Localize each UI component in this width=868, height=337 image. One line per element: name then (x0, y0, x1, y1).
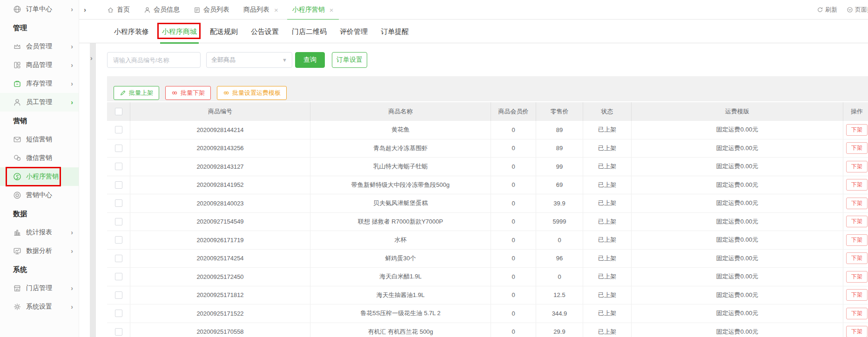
row-checkbox[interactable] (115, 145, 122, 152)
chevron-right-icon: › (71, 304, 73, 310)
chevron-right-icon: › (71, 6, 73, 13)
subtab-miniprogram-decoration[interactable]: 小程序装修 (114, 20, 149, 43)
search-input[interactable] (107, 52, 201, 68)
off-shelf-button[interactable]: 下架 (846, 142, 868, 154)
sidebar-item-sms-marketing[interactable]: 短信营销 (0, 130, 79, 149)
sidebar-item-member-management[interactable]: 会员管理› (0, 37, 79, 56)
chevron-right-icon: › (71, 43, 73, 50)
select-all-checkbox[interactable] (115, 108, 122, 115)
sidebar-item-inventory-management[interactable]: 库存管理› (0, 74, 79, 93)
sidebar-item-label: 商品管理 (26, 61, 71, 69)
subtab-label: 小程序商城 (162, 27, 197, 35)
mail-icon (13, 135, 21, 144)
subtab-label: 小程序装修 (114, 27, 149, 35)
off-shelf-button[interactable]: 下架 (846, 271, 868, 283)
cell-retail-price: 29.9 (536, 323, 583, 337)
category-select[interactable]: 全部商品 ▼ (206, 52, 292, 68)
sidebar-item-data-analysis[interactable]: 数据分析› (0, 242, 79, 260)
cell-action: 下架 (843, 158, 868, 176)
batch-on-shelf-button[interactable]: 批量上架 (114, 86, 159, 100)
subtab-miniprogram-mall[interactable]: 小程序商城 (162, 20, 197, 43)
off-shelf-button[interactable]: 下架 (846, 216, 868, 227)
close-icon[interactable]: × (274, 7, 278, 13)
tab-goods-list[interactable]: 商品列表× (236, 0, 285, 20)
batch-freight-template-button[interactable]: 批量设置运费模板 (217, 86, 287, 100)
off-shelf-button[interactable]: 下架 (846, 252, 868, 264)
sidebar-item-label: 小程序营销 (26, 172, 73, 181)
tab-label: 商品列表 (243, 6, 269, 14)
subtab-order-reminder[interactable]: 订单提醒 (381, 20, 409, 43)
sidebar-item-system-settings[interactable]: 系统设置› (0, 297, 79, 316)
cell-freight-template: 固定运费0.00元 (632, 304, 843, 323)
subtab-delivery-rules[interactable]: 配送规则 (210, 20, 238, 43)
gutter-collapse-icon[interactable]: › (90, 54, 93, 62)
link-icon (223, 90, 229, 96)
refresh-button[interactable]: 刷新 (817, 6, 837, 14)
tab-member-list[interactable]: 会员列表 (187, 0, 236, 20)
off-shelf-button[interactable]: 下架 (846, 124, 868, 136)
table-row: 20200927154549联想 拯救者 R7000新款Y7000P05999已… (107, 213, 868, 231)
sidebar-item-store-management[interactable]: 门店管理› (0, 279, 79, 297)
cell-checkbox (107, 268, 130, 286)
subtab-review-management[interactable]: 评价管理 (340, 20, 368, 43)
sidebar-item-miniprogram-marketing[interactable]: 小程序营销 (0, 167, 79, 186)
sidebar-section-label: 管理 (13, 24, 27, 32)
order-settings-button[interactable]: 订单设置 (332, 52, 367, 68)
close-icon[interactable]: × (330, 7, 334, 13)
sidebar-item-marketing-center[interactable]: 营销中心 (0, 186, 79, 205)
page-actions-button[interactable]: 页面操作 (847, 6, 868, 14)
row-checkbox[interactable] (115, 199, 122, 207)
batch-button-label: 批量上架 (129, 89, 153, 97)
sidebar-item-label: 门店管理 (26, 284, 71, 292)
row-checkbox[interactable] (115, 255, 122, 262)
row-checkbox[interactable] (115, 126, 122, 133)
tab-miniprogram-marketing[interactable]: 小程序营销× (285, 0, 341, 20)
sidebar-item-goods-management[interactable]: 商品管理› (0, 56, 79, 74)
row-checkbox[interactable] (115, 310, 122, 317)
globe-icon (13, 5, 21, 13)
tab-member-info[interactable]: 会员信息 (137, 0, 187, 20)
doc-icon (194, 7, 201, 13)
cell-action: 下架 (843, 286, 868, 304)
row-checkbox[interactable] (115, 328, 122, 336)
row-checkbox[interactable] (115, 273, 122, 280)
off-shelf-button[interactable]: 下架 (846, 326, 868, 337)
subtab-store-qrcode[interactable]: 门店二维码 (292, 20, 327, 43)
row-checkbox[interactable] (115, 163, 122, 170)
sidebar-item-statistics-report[interactable]: 统计报表› (0, 223, 79, 242)
cell-retail-price: 69 (536, 176, 583, 194)
subtab-label: 公告设置 (251, 27, 279, 35)
off-shelf-button[interactable]: 下架 (846, 289, 868, 301)
batch-off-shelf-button[interactable]: 批量下架 (165, 86, 211, 100)
cell-checkbox (107, 304, 130, 323)
sidebar-collapse-icon[interactable]: › (84, 6, 86, 13)
sidebar-item-wechat-marketing[interactable]: 微信营销 (0, 149, 79, 167)
cell-retail-price: 344.9 (536, 304, 583, 323)
tab-home[interactable]: 首页 (100, 0, 137, 20)
off-shelf-button[interactable]: 下架 (846, 234, 868, 246)
cell-action: 下架 (843, 250, 868, 268)
cell-product-id: 20200928144214 (130, 121, 310, 139)
table-header: 商品编号商品名称商品会员价零售价状态运费模版操作 (107, 102, 868, 121)
off-shelf-button[interactable]: 下架 (846, 161, 868, 172)
off-shelf-button[interactable]: 下架 (846, 179, 868, 191)
query-button[interactable]: 查询 (295, 52, 325, 68)
cell-product-name: 青岛超大冷冻基围虾 (310, 139, 491, 158)
sidebar-item-label: 订单中心 (26, 5, 71, 13)
row-checkbox[interactable] (115, 236, 122, 244)
table-row: 20200925170558有机汇 有机西兰花 500g029.9已上架固定运费… (107, 323, 868, 337)
row-checkbox[interactable] (115, 218, 122, 225)
row-checkbox[interactable] (115, 181, 122, 189)
subtab-announcement-settings[interactable]: 公告设置 (251, 20, 279, 43)
cell-member-price: 0 (491, 176, 536, 194)
cell-status: 已上架 (583, 231, 632, 249)
row-checkbox[interactable] (115, 291, 122, 299)
cell-status: 已上架 (583, 250, 632, 268)
off-shelf-button[interactable]: 下架 (846, 308, 868, 319)
sidebar-item-staff-management[interactable]: 员工管理› (0, 93, 79, 112)
off-shelf-button[interactable]: 下架 (846, 198, 868, 209)
cell-product-id: 20200927154549 (130, 213, 310, 231)
cell-product-id: 20200925171522 (130, 304, 310, 323)
sidebar-item-order-center[interactable]: 订单中心› (0, 0, 79, 19)
cell-member-price: 0 (491, 250, 536, 268)
